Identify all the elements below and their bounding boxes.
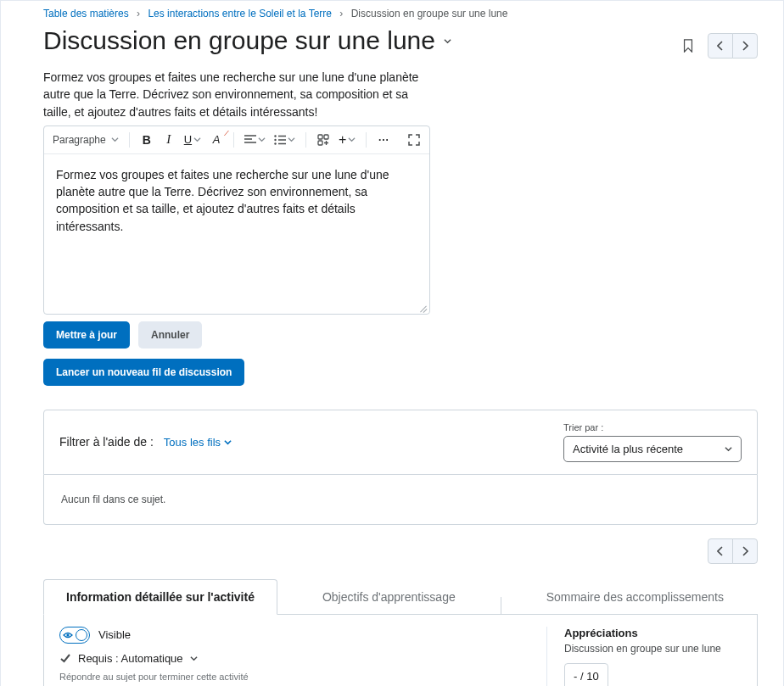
underline-button[interactable]: U [181,130,204,150]
breadcrumb-sep: › [137,8,140,20]
sort-label: Trier par : [563,422,742,432]
title-menu-toggle[interactable] [444,34,451,47]
eye-icon [63,630,73,642]
bold-button[interactable]: B [137,130,157,150]
required-selector[interactable]: Requis : Automatique [59,652,546,665]
list-icon [274,135,286,145]
assessment-name: Discussion en groupe sur une lune [564,643,742,655]
next-button[interactable] [732,33,758,59]
clear-format-button[interactable]: A⁄ [206,130,227,150]
tabs: Information détaillée sur l'activité Obj… [43,579,758,615]
chevron-down-icon [190,655,198,662]
filter-bar: Filtrer à l'aide de : Tous les fils Trie… [43,410,758,475]
chevron-left-icon [717,41,724,51]
prev-button[interactable] [708,538,733,564]
svg-point-1 [274,139,276,141]
filter-link-text: Tous les fils [164,436,221,449]
editor-toolbar: Paragraphe B I U A⁄ + [44,126,429,154]
tab-learning-objectives[interactable]: Objectifs d'apprentissage [300,580,478,614]
list-button[interactable] [271,130,299,150]
required-label: Requis : Automatique [78,652,183,665]
more-actions-button[interactable]: ··· [373,130,394,150]
svg-point-6 [66,633,69,636]
pager-bottom [708,538,758,564]
paragraph-style-label: Paragraphe [53,134,106,146]
next-button[interactable] [732,538,758,564]
chevron-down-icon [444,37,451,45]
breadcrumb-current: Discussion en groupe sur une lune [351,8,508,20]
filter-label: Filtrer à l'aide de : [59,435,154,449]
resize-handle[interactable] [417,302,428,312]
fullscreen-button[interactable] [404,130,424,150]
pager-top [708,33,758,59]
threads-empty-state: Aucun fil dans ce sujet. [43,475,758,525]
chevron-down-icon [348,136,356,143]
assessments-header: Appréciations [564,627,742,639]
toolbar-separator [305,132,306,148]
svg-rect-3 [318,135,322,139]
breadcrumb-sep: › [339,8,343,20]
bookmark-icon[interactable] [682,39,694,53]
chevron-right-icon [742,546,748,556]
toolbar-separator [233,132,234,148]
toolbar-separator [366,132,367,148]
breadcrumb-link-toc[interactable]: Table des matières [43,8,129,20]
chevron-left-icon [717,546,724,556]
align-icon [244,135,256,145]
update-button[interactable]: Mettre à jour [43,321,130,349]
chevron-down-icon [288,136,295,143]
chevron-down-icon [193,136,201,143]
align-button[interactable] [241,130,269,150]
italic-button[interactable]: I [159,130,179,150]
sort-value: Activité la plus récente [573,443,683,455]
cancel-button[interactable]: Annuler [138,321,202,349]
insert-more-button[interactable]: + [335,130,359,150]
tab-completion-summary[interactable]: Sommaire des accomplissements [524,580,758,614]
score-display: - / 10 [564,663,608,686]
insert-stuff-button[interactable] [313,130,333,150]
chevron-right-icon [742,41,748,51]
rich-text-editor: Paragraphe B I U A⁄ + [43,125,430,315]
toggle-knob [76,629,87,641]
fullscreen-icon [408,134,420,146]
chevron-down-icon [111,136,119,143]
breadcrumb: Table des matières › Les interactions en… [43,8,758,20]
insert-stuff-icon [317,134,329,146]
new-thread-button[interactable]: Lancer un nouveau fil de discussion [43,359,244,386]
svg-rect-4 [324,135,328,139]
filter-all-threads[interactable]: Tous les fils [164,436,232,449]
svg-rect-5 [318,141,322,145]
completion-hint: Répondre au sujet pour terminer cette ac… [59,672,546,682]
page-title: Discussion en groupe sur une lune [43,26,451,55]
activity-details-panel: Visible Requis : Automatique Répondre au… [43,615,758,686]
chevron-down-icon [725,445,732,453]
chevron-down-icon [258,136,266,143]
editor-body[interactable]: Formez vos groupes et faites une recherc… [44,154,429,314]
toolbar-separator [129,132,130,148]
intro-text: Formez vos groupes et faites une recherc… [43,69,434,120]
visibility-label: Visible [98,628,131,641]
sort-select[interactable]: Activité la plus récente [563,436,742,462]
svg-point-0 [274,135,276,137]
tab-divider [501,597,501,614]
tab-activity-details[interactable]: Information détaillée sur l'activité [43,579,277,615]
paragraph-style-select[interactable]: Paragraphe [49,130,122,150]
check-icon [59,652,71,664]
prev-button[interactable] [708,33,733,59]
visibility-toggle[interactable] [59,627,90,644]
breadcrumb-link-unit[interactable]: Les interactions entre le Soleil et la T… [148,8,332,20]
page-title-text: Discussion en groupe sur une lune [43,26,435,55]
chevron-down-icon [224,438,232,446]
svg-point-2 [274,142,276,144]
